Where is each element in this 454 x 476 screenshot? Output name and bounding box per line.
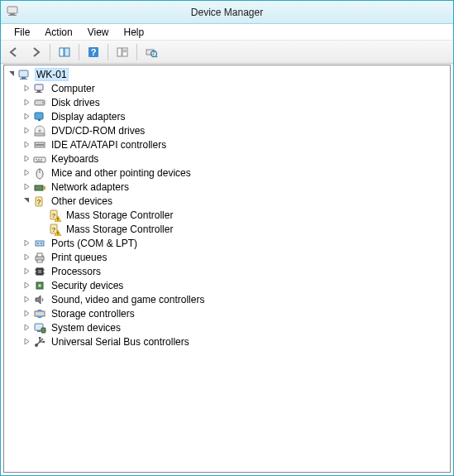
- tree-node-mass1[interactable]: ?!Mass Storage Controller: [4, 208, 450, 222]
- toolbar-separator: [136, 44, 137, 60]
- svg-point-25: [39, 129, 41, 132]
- expand-arrow-icon[interactable]: [22, 98, 31, 107]
- expand-arrow-icon[interactable]: [22, 154, 31, 163]
- menu-help[interactable]: Help: [117, 25, 151, 40]
- svg-rect-10: [123, 51, 127, 52]
- tree-root-node[interactable]: WK-01: [4, 67, 450, 81]
- tree-node-network[interactable]: Network adapters: [4, 180, 450, 194]
- svg-rect-3: [60, 48, 64, 56]
- tree-node-label: Keyboards: [50, 153, 100, 165]
- svg-rect-55: [38, 270, 41, 273]
- disk-drive-icon: [33, 96, 46, 109]
- keyboard-icon: [33, 152, 46, 166]
- ide-controller-icon: [33, 138, 46, 151]
- security-device-icon: [33, 279, 46, 292]
- tree-node-label: WK-01: [35, 68, 69, 81]
- tree-node-disk-drives[interactable]: Disk drives: [4, 95, 450, 109]
- device-tree-panel[interactable]: WK-01ComputerDisk drivesDisplay adapters…: [3, 65, 451, 473]
- svg-rect-18: [37, 90, 41, 92]
- expand-arrow-icon[interactable]: [22, 267, 31, 276]
- collapse-arrow-icon[interactable]: [22, 196, 31, 205]
- tree-node-computer[interactable]: Computer: [4, 81, 450, 95]
- svg-rect-53: [37, 260, 42, 262]
- tree-node-label: Display adapters: [50, 111, 127, 123]
- expand-arrow-icon[interactable]: [22, 281, 31, 290]
- back-button[interactable]: [4, 43, 24, 61]
- titlebar[interactable]: Device Manager: [1, 1, 453, 24]
- expand-arrow-icon[interactable]: [22, 309, 31, 318]
- system-device-icon: [33, 321, 46, 334]
- expand-arrow-icon[interactable]: [22, 112, 31, 121]
- expand-arrow-icon[interactable]: [22, 126, 31, 135]
- svg-rect-63: [37, 330, 41, 332]
- svg-rect-0: [7, 7, 17, 13]
- tree-node-storage-controllers[interactable]: Storage controllers: [4, 306, 450, 320]
- tree-node-mass2[interactable]: ?!Mass Storage Controller: [4, 222, 450, 236]
- svg-point-50: [41, 243, 42, 244]
- menu-file[interactable]: File: [7, 25, 36, 40]
- svg-rect-23: [38, 119, 41, 121]
- svg-rect-1: [10, 13, 15, 15]
- svg-rect-7: [117, 48, 122, 56]
- tree-node-mice[interactable]: Mice and other pointing devices: [4, 166, 450, 180]
- tree-node-sound[interactable]: Sound, video and game controllers: [4, 292, 450, 306]
- svg-point-68: [43, 340, 45, 343]
- tree-node-dvd-cdrom[interactable]: DVD/CD-ROM drives: [4, 123, 450, 137]
- device-tree: WK-01ComputerDisk drivesDisplay adapters…: [4, 65, 450, 350]
- svg-text:!: !: [57, 231, 59, 236]
- show-hide-tree-button[interactable]: [55, 43, 74, 61]
- mouse-icon: [33, 166, 46, 180]
- collapse-arrow-icon[interactable]: [7, 70, 17, 79]
- forward-button[interactable]: [26, 43, 45, 61]
- properties-button[interactable]: [112, 43, 132, 61]
- port-icon: [33, 237, 46, 250]
- toolbar-separator: [108, 44, 108, 60]
- menu-view[interactable]: View: [81, 25, 116, 40]
- svg-rect-22: [35, 113, 43, 119]
- tree-node-security[interactable]: Security devices: [4, 278, 450, 292]
- tree-node-display-adapters[interactable]: Display adapters: [4, 109, 450, 123]
- menu-action[interactable]: Action: [38, 25, 79, 40]
- svg-rect-4: [65, 48, 69, 56]
- svg-rect-28: [36, 144, 44, 146]
- tree-node-label: DVD/CD-ROM drives: [50, 125, 146, 137]
- processor-icon: [33, 265, 46, 278]
- tree-node-label: Mice and other pointing devices: [50, 167, 193, 179]
- tree-node-processors[interactable]: Processors: [4, 264, 450, 278]
- help-button[interactable]: ?: [84, 43, 103, 61]
- tree-node-label: Other devices: [50, 195, 114, 207]
- expand-arrow-icon[interactable]: [22, 295, 31, 304]
- expand-arrow-icon[interactable]: [22, 323, 31, 332]
- toolbar-separator: [79, 44, 79, 60]
- svg-text:?: ?: [91, 47, 97, 57]
- expand-arrow-icon[interactable]: [22, 252, 31, 262]
- svg-rect-11: [146, 50, 154, 55]
- svg-rect-2: [8, 15, 17, 16]
- tree-node-other[interactable]: ?Other devices: [4, 194, 450, 208]
- window-title: Device Manager: [191, 7, 263, 18]
- tree-node-label: Processors: [50, 266, 103, 277]
- expand-arrow-icon[interactable]: [22, 337, 31, 346]
- svg-rect-36: [35, 185, 43, 190]
- svg-text:?: ?: [52, 226, 56, 233]
- tree-node-label: Mass Storage Controller: [65, 209, 174, 221]
- expand-arrow-icon[interactable]: [22, 182, 31, 191]
- svg-rect-64: [41, 328, 45, 333]
- tree-node-ports[interactable]: Ports (COM & LPT): [4, 236, 450, 250]
- svg-rect-48: [36, 241, 44, 246]
- toolbar-separator: [50, 44, 50, 60]
- optical-drive-icon: [33, 124, 46, 137]
- expand-arrow-icon[interactable]: [22, 238, 31, 248]
- tree-node-ide-ata[interactable]: IDE ATA/ATAPI controllers: [4, 137, 450, 151]
- unknown-device-warning-icon: ?!: [48, 209, 61, 222]
- tree-node-print-queues[interactable]: Print queues: [4, 250, 450, 264]
- scan-hardware-button[interactable]: [141, 43, 161, 61]
- expand-arrow-icon[interactable]: [22, 84, 31, 93]
- tree-node-keyboards[interactable]: Keyboards: [4, 151, 450, 166]
- expand-arrow-icon[interactable]: [22, 168, 31, 177]
- computer-icon: [33, 82, 46, 95]
- tree-node-system-devices[interactable]: System devices: [4, 320, 450, 334]
- tree-node-usb[interactable]: Universal Serial Bus controllers: [4, 334, 450, 349]
- svg-point-21: [42, 102, 44, 103]
- expand-arrow-icon[interactable]: [22, 140, 31, 149]
